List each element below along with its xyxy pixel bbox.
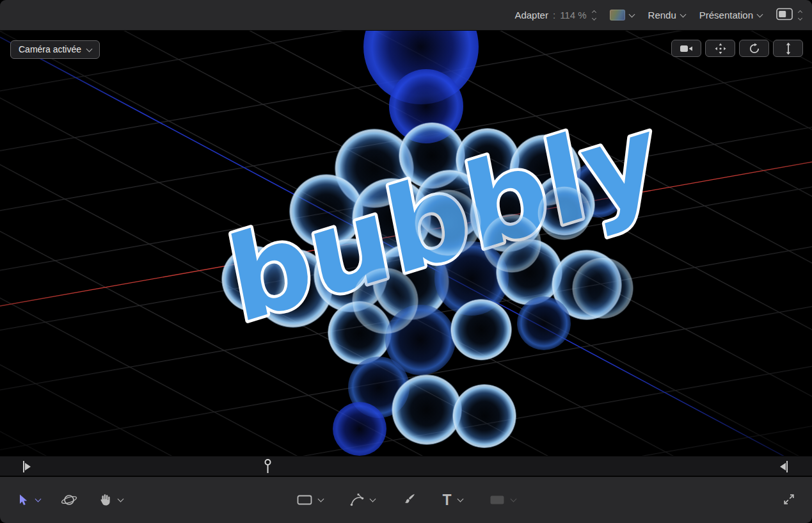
view-menu-label: Présentation [699,10,753,20]
chevron-down-icon [510,495,516,502]
chevron-down-icon[interactable] [457,495,463,502]
range-out-bar [786,461,788,472]
bubble [333,402,386,456]
play-range-out-marker[interactable] [780,461,788,472]
range-out-triangle-icon [780,463,786,471]
bubble [537,186,591,240]
tool-group-center: T [296,493,515,508]
bubble [415,189,481,256]
camera-controls [671,40,803,57]
rectangle-icon [296,495,312,505]
orbit-sphere-icon [61,492,77,508]
playhead[interactable] [264,459,271,476]
move-arrows-icon [714,42,727,55]
camera-active-label: Caméra activée [19,44,81,54]
chevron-down-icon [87,48,92,51]
select-tool-button[interactable] [17,494,40,506]
play-range-in-marker[interactable] [23,461,31,472]
orbit-camera-button[interactable] [739,40,769,57]
bubble [517,296,571,350]
text-tool-icon: T [442,493,451,508]
transform-3d-tool-button[interactable] [61,492,77,508]
mini-timeline[interactable] [0,456,812,476]
render-menu-label: Rendu [648,10,676,20]
canvas[interactable]: bubbly Caméra activée [0,31,812,456]
arrow-cursor-icon [17,494,29,506]
filled-rectangle-icon [490,495,505,505]
chevron-down-icon[interactable] [369,495,376,502]
zoom-stepper-icon[interactable] [593,11,596,20]
display-icon [776,8,793,22]
motion-window: Adapter : 114 % Rendu Présentation [0,0,812,523]
rotate-arrow-icon [749,43,760,54]
bubble [392,374,462,445]
color-swatch-icon [610,10,625,20]
video-camera-icon [680,44,694,53]
zoom-separator: : [553,10,555,20]
hand-icon [98,493,112,507]
bubble [352,268,418,334]
tool-group-left [17,492,123,508]
mask-tool-button[interactable] [490,495,516,505]
paint-stroke-tool-button[interactable] [401,493,415,507]
dolly-camera-button[interactable] [773,40,803,57]
chevron-down-icon[interactable] [118,495,124,502]
render-color-button[interactable] [610,10,634,20]
tool-bar: T [0,476,812,523]
chevron-down-icon[interactable] [317,495,324,502]
zoom-label: Adapter [514,10,548,20]
zoom-control[interactable]: Adapter : 114 % [514,10,595,20]
chevron-down-icon[interactable] [35,495,42,502]
bubble [572,257,633,319]
chevron-down-icon [630,13,634,17]
expand-button[interactable] [783,493,795,508]
display-stepper-icon [799,11,802,20]
text-tool-button[interactable]: T [442,493,462,508]
up-down-arrows-icon [784,42,793,55]
pen-curve-icon [349,493,363,507]
canvas-toolbar: Adapter : 114 % Rendu Présentation [0,0,812,31]
zoom-value: 114 % [560,10,586,20]
bubble [450,299,512,360]
playhead-stem [267,465,269,473]
pan-camera-button[interactable] [705,40,735,57]
paintbrush-icon [401,493,415,507]
bubble [452,384,516,448]
range-in-triangle-icon [25,463,31,471]
scene-3d: bubbly [0,31,812,456]
render-menu-button[interactable]: Rendu [648,10,685,20]
bubble [482,214,541,273]
display-mode-button[interactable] [776,8,802,22]
view-menu-button[interactable]: Présentation [699,10,762,20]
camera-view-button[interactable] [671,40,701,57]
chevron-down-icon [758,13,762,17]
range-in-bar [23,461,24,472]
chevron-down-icon [681,13,685,17]
bezier-tool-button[interactable] [349,493,374,507]
camera-active-button[interactable]: Caméra activée [10,40,100,59]
pan-tool-button[interactable] [98,493,123,507]
diagonal-expand-arrows-icon [783,498,795,508]
shape-tool-button[interactable] [296,495,322,505]
